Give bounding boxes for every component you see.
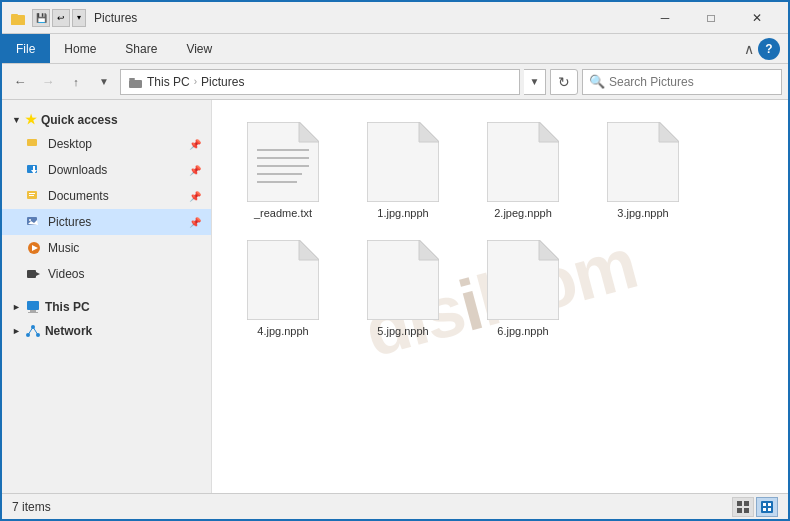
forward-button[interactable]: →	[36, 70, 60, 94]
view-large-button[interactable]	[756, 497, 778, 517]
up-button[interactable]: ↑	[64, 70, 88, 94]
file-item[interactable]: 6.jpg.npph	[468, 234, 578, 344]
file-item[interactable]: 4.jpg.npph	[228, 234, 338, 344]
svg-marker-18	[36, 272, 40, 276]
close-button[interactable]: ✕	[734, 2, 780, 34]
minimize-button[interactable]: ─	[642, 2, 688, 34]
file-icon	[247, 240, 319, 320]
svg-rect-48	[737, 508, 742, 513]
tab-view[interactable]: View	[172, 34, 227, 63]
file-icon	[607, 122, 679, 202]
path-pictures[interactable]: Pictures	[201, 75, 244, 89]
svg-marker-43	[419, 240, 439, 260]
files-grid: _readme.txt 1.jpg.npph 2.jpeg.npph 3.jpg…	[228, 116, 772, 345]
sidebar-item-documents[interactable]: Documents 📌	[2, 183, 211, 209]
ribbon-chevron[interactable]: ∧	[744, 41, 754, 57]
sidebar-item-music[interactable]: Music	[2, 235, 211, 261]
svg-rect-2	[11, 15, 25, 25]
svg-marker-35	[419, 122, 439, 142]
documents-label: Documents	[48, 189, 183, 203]
view-grid-button[interactable]	[732, 497, 754, 517]
address-path[interactable]: This PC › Pictures	[120, 69, 520, 95]
window-controls: ─ □ ✕	[642, 2, 780, 34]
sidebar-item-desktop[interactable]: Desktop 📌	[2, 131, 211, 157]
file-item[interactable]: 2.jpeg.npph	[468, 116, 578, 226]
svg-rect-3	[129, 78, 135, 80]
svg-rect-46	[737, 501, 742, 506]
svg-point-13	[29, 219, 31, 221]
maximize-button[interactable]: □	[688, 2, 734, 34]
svg-rect-49	[744, 508, 749, 513]
svg-rect-53	[763, 508, 766, 511]
svg-rect-47	[744, 501, 749, 506]
quick-access-star: ★	[25, 112, 37, 127]
file-icon	[367, 122, 439, 202]
view-controls	[732, 497, 778, 517]
svg-rect-20	[30, 310, 36, 312]
back-button[interactable]: ←	[8, 70, 32, 94]
quick-access-toolbar: 💾 ↩ ▾	[32, 9, 86, 27]
file-icon	[367, 240, 439, 320]
search-box: 🔍	[582, 69, 782, 95]
this-pc-header[interactable]: ► This PC	[2, 295, 211, 319]
path-arrow-1: ›	[194, 76, 197, 87]
svg-marker-39	[659, 122, 679, 142]
this-pc-chevron: ►	[12, 302, 21, 312]
svg-marker-41	[299, 240, 319, 260]
explorer-window: 💾 ↩ ▾ Pictures ─ □ ✕ File Home Share Vie…	[0, 0, 790, 521]
network-header[interactable]: ► Network	[2, 319, 211, 343]
menu-bar: File Home Share View ∧ ?	[2, 34, 788, 64]
address-dropdown[interactable]: ▼	[524, 69, 546, 95]
file-item[interactable]: 3.jpg.npph	[588, 116, 698, 226]
sidebar-item-videos[interactable]: Videos	[2, 261, 211, 287]
music-icon	[26, 240, 42, 256]
refresh-button[interactable]: ↻	[550, 69, 578, 95]
svg-rect-8	[33, 166, 35, 171]
file-area: disilcom _readme.txt 1.jpg.npph 2.jpeg.n…	[212, 100, 788, 493]
qs-dropdown[interactable]: ▾	[72, 9, 86, 27]
documents-icon	[26, 188, 42, 204]
file-name: 4.jpg.npph	[257, 324, 308, 338]
downloads-label: Downloads	[48, 163, 183, 177]
qs-btn-2[interactable]: ↩	[52, 9, 70, 27]
sidebar-item-pictures[interactable]: Pictures 📌	[2, 209, 211, 235]
svg-marker-28	[299, 122, 319, 142]
search-input[interactable]	[609, 75, 775, 89]
title-bar: 💾 ↩ ▾ Pictures ─ □ ✕	[2, 2, 788, 34]
sidebar: ▼ ★ Quick access Desktop 📌	[2, 100, 212, 493]
file-icon	[487, 240, 559, 320]
pictures-pin: 📌	[189, 217, 201, 228]
quick-access-chevron: ▼	[12, 115, 21, 125]
file-name: 1.jpg.npph	[377, 206, 428, 220]
svg-marker-45	[539, 240, 559, 260]
file-icon	[247, 122, 319, 202]
item-count: 7 items	[12, 500, 51, 514]
path-this-pc[interactable]: This PC	[147, 75, 190, 89]
svg-rect-10	[29, 193, 35, 194]
quick-access-label: Quick access	[41, 113, 118, 127]
file-item[interactable]: 5.jpg.npph	[348, 234, 458, 344]
tab-home[interactable]: Home	[50, 34, 111, 63]
file-name: _readme.txt	[254, 206, 312, 220]
svg-rect-51	[763, 503, 766, 506]
desktop-label: Desktop	[48, 137, 183, 151]
quick-access-header[interactable]: ▼ ★ Quick access	[2, 108, 211, 131]
svg-rect-52	[768, 503, 771, 506]
menu-bar-right: ∧ ?	[744, 34, 788, 63]
svg-line-25	[28, 327, 33, 335]
window-icon	[10, 10, 26, 26]
svg-rect-11	[29, 195, 34, 196]
sidebar-item-downloads[interactable]: Downloads 📌	[2, 157, 211, 183]
svg-rect-5	[27, 139, 37, 146]
tab-share[interactable]: Share	[111, 34, 172, 63]
network-label: Network	[45, 324, 92, 338]
qs-btn-1[interactable]: 💾	[32, 9, 50, 27]
search-icon: 🔍	[589, 74, 605, 89]
file-item[interactable]: 1.jpg.npph	[348, 116, 458, 226]
tab-file[interactable]: File	[2, 34, 50, 63]
recent-locations-button[interactable]: ▼	[92, 70, 116, 94]
main-area: ▼ ★ Quick access Desktop 📌	[2, 100, 788, 493]
help-button[interactable]: ?	[758, 38, 780, 60]
file-item[interactable]: _readme.txt	[228, 116, 338, 226]
downloads-pin: 📌	[189, 165, 201, 176]
